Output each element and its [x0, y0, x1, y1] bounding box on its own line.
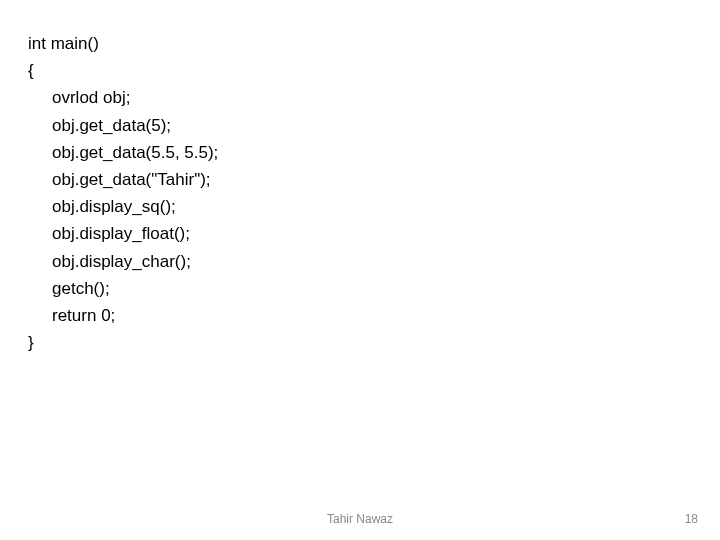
code-line: ovrlod obj;: [28, 84, 720, 111]
code-line: return 0;: [28, 302, 720, 329]
slide: int main() { ovrlod obj; obj.get_data(5)…: [0, 0, 720, 540]
code-line: obj.get_data(5);: [28, 112, 720, 139]
footer-page-number: 18: [685, 512, 698, 526]
code-line: getch();: [28, 275, 720, 302]
code-line: int main(): [28, 30, 720, 57]
code-line: obj.display_sq();: [28, 193, 720, 220]
code-block: int main() { ovrlod obj; obj.get_data(5)…: [28, 30, 720, 356]
footer-author: Tahir Nawaz: [327, 512, 393, 526]
code-line: {: [28, 57, 720, 84]
code-line: obj.get_data(5.5, 5.5);: [28, 139, 720, 166]
code-line: obj.get_data("Tahir");: [28, 166, 720, 193]
code-line: obj.display_float();: [28, 220, 720, 247]
code-line: }: [28, 329, 720, 356]
code-line: obj.display_char();: [28, 248, 720, 275]
